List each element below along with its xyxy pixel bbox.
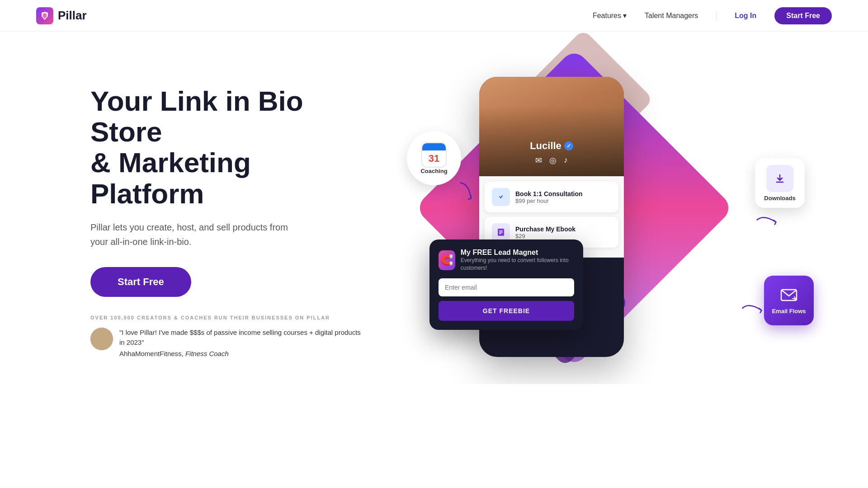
calendar-header xyxy=(422,143,446,150)
lead-get-freebie-button[interactable]: GET FREEBIE xyxy=(439,301,574,321)
ebook-icon xyxy=(492,223,510,241)
svg-point-0 xyxy=(497,193,505,201)
verified-badge: ✓ xyxy=(564,141,573,150)
chevron-down-icon: ▾ xyxy=(623,11,627,20)
consultation-icon xyxy=(492,188,510,206)
testimonial: "I love Pillar! I've made $$$s of passiv… xyxy=(90,328,362,357)
testimonial-attribution: AhhaMomentFitness, Fitness Coach xyxy=(119,350,362,357)
nav-login[interactable]: Log In xyxy=(735,12,756,20)
downloads-badge: Downloads xyxy=(755,158,805,208)
nav-separator xyxy=(716,11,717,20)
hero-left: Your Link in Bio Store & Marketing Platf… xyxy=(90,68,362,357)
email-arrow xyxy=(738,294,768,324)
calendar-body: 31 xyxy=(422,150,446,167)
navbar: Pillar Features ▾ Talent Managers Log In… xyxy=(0,0,868,32)
profile-info: Lucille ✓ ✉ ◎ ♪ xyxy=(486,140,617,169)
hero-section: Your Link in Bio Store & Marketing Platf… xyxy=(0,32,868,384)
email-icon: ✉ xyxy=(535,155,542,165)
lead-email-input[interactable] xyxy=(439,278,574,296)
downloads-icon xyxy=(766,165,793,192)
hero-right: Lucille ✓ ✉ ◎ ♪ xyxy=(389,68,832,384)
testimonial-quote: "I love Pillar! I've made $$$s of passiv… xyxy=(119,328,362,348)
phone-header: Lucille ✓ ✉ ◎ ♪ xyxy=(479,77,624,176)
email-flows-badge: Email Flows xyxy=(764,276,814,325)
consultation-card[interactable]: Book 1:1 Consultation $99 per hour xyxy=(485,182,618,212)
logo-text: Pillar xyxy=(58,9,87,23)
nav-talent-managers[interactable]: Talent Managers xyxy=(645,12,698,20)
calendar-icon: 31 xyxy=(421,142,447,168)
ebook-info: Purchase My Ebook $29 xyxy=(515,225,576,239)
hero-subtitle: Pillar lets you create, host, and sell p… xyxy=(90,220,289,249)
nav-links: Features ▾ Talent Managers Log In Start … xyxy=(593,7,832,24)
nav-features[interactable]: Features ▾ xyxy=(593,11,627,20)
lead-magnet-icon: 🧲 xyxy=(439,250,455,270)
nav-start-free-button[interactable]: Start Free xyxy=(774,7,832,24)
testimonial-content: "I love Pillar! I've made $$$s of passiv… xyxy=(119,328,362,357)
lead-magnet-card: 🧲 My FREE Lead Magnet Everything you nee… xyxy=(429,239,583,330)
logo-icon xyxy=(36,7,53,24)
social-proof: OVER 100,000 CREATORS & COACHES RUN THEI… xyxy=(90,315,362,357)
logo[interactable]: Pillar xyxy=(36,7,87,24)
hero-start-free-button[interactable]: Start Free xyxy=(90,267,191,297)
coaching-badge: 31 Coaching xyxy=(407,131,461,185)
lead-magnet-text: My FREE Lead Magnet Everything you need … xyxy=(461,249,574,272)
email-flows-icon xyxy=(780,287,798,305)
downloads-arrow xyxy=(754,208,783,238)
profile-name: Lucille ✓ xyxy=(486,140,617,152)
hero-title: Your Link in Bio Store & Marketing Platf… xyxy=(90,86,362,209)
lead-magnet-header: 🧲 My FREE Lead Magnet Everything you nee… xyxy=(439,249,574,272)
avatar xyxy=(90,328,113,350)
avatar-image xyxy=(90,328,113,350)
instagram-icon: ◎ xyxy=(549,155,557,165)
profile-social-icons: ✉ ◎ ♪ xyxy=(486,155,617,165)
social-proof-label: OVER 100,000 CREATORS & COACHES RUN THEI… xyxy=(90,315,362,320)
tiktok-icon: ♪ xyxy=(564,155,568,165)
consultation-info: Book 1:1 Consultation $99 per hour xyxy=(515,190,583,204)
